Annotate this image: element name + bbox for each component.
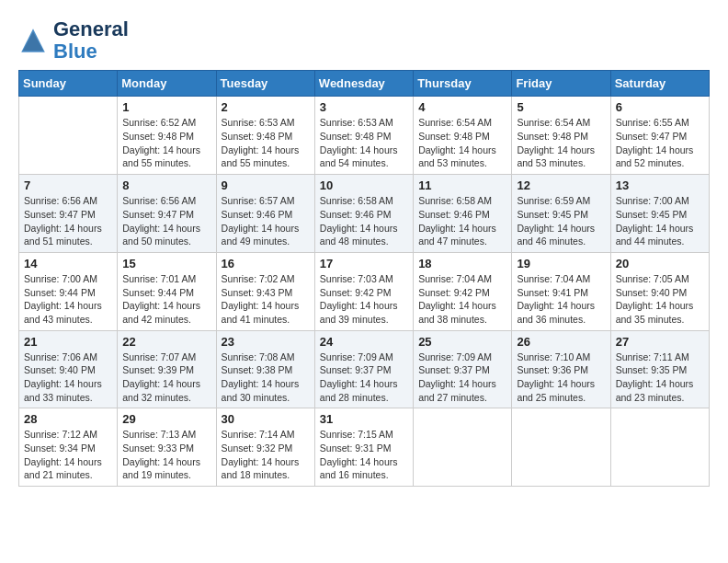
day-number: 2: [222, 100, 310, 114]
header-tuesday: Tuesday: [216, 71, 314, 97]
calendar-cell: [414, 408, 512, 487]
day-info: Sunrise: 6:56 AM Sunset: 9:47 PM Dayligh…: [24, 194, 112, 248]
calendar-cell: 31Sunrise: 7:15 AM Sunset: 9:31 PM Dayli…: [314, 408, 413, 487]
day-number: 8: [122, 178, 210, 192]
day-info: Sunrise: 7:06 AM Sunset: 9:40 PM Dayligh…: [24, 350, 112, 405]
day-info: Sunrise: 7:13 AM Sunset: 9:33 PM Dayligh…: [122, 428, 210, 482]
header-sunday: Sunday: [19, 71, 118, 97]
calendar-cell: 1Sunrise: 6:52 AM Sunset: 9:48 PM Daylig…: [118, 97, 216, 175]
day-number: 14: [24, 257, 112, 270]
calendar-cell: [512, 408, 610, 487]
day-number: 26: [517, 335, 605, 349]
calendar-cell: 7Sunrise: 6:56 AM Sunset: 9:47 PM Daylig…: [19, 175, 118, 253]
day-info: Sunrise: 6:52 AM Sunset: 9:48 PM Dayligh…: [122, 116, 210, 170]
day-number: 1: [122, 100, 210, 114]
day-info: Sunrise: 6:56 AM Sunset: 9:47 PM Dayligh…: [122, 194, 210, 248]
week-row-3: 14Sunrise: 7:00 AM Sunset: 9:44 PM Dayli…: [19, 252, 710, 330]
header-wednesday: Wednesday: [314, 71, 413, 97]
calendar-cell: 20Sunrise: 7:05 AM Sunset: 9:40 PM Dayli…: [610, 252, 709, 330]
day-info: Sunrise: 7:01 AM Sunset: 9:44 PM Dayligh…: [122, 272, 210, 327]
calendar-cell: 25Sunrise: 7:09 AM Sunset: 9:37 PM Dayli…: [414, 330, 512, 408]
calendar-cell: 21Sunrise: 7:06 AM Sunset: 9:40 PM Dayli…: [19, 330, 118, 408]
calendar-cell: 4Sunrise: 6:54 AM Sunset: 9:48 PM Daylig…: [414, 97, 512, 175]
week-row-2: 7Sunrise: 6:56 AM Sunset: 9:47 PM Daylig…: [19, 175, 710, 253]
day-info: Sunrise: 7:00 AM Sunset: 9:44 PM Dayligh…: [24, 272, 112, 327]
day-info: Sunrise: 7:05 AM Sunset: 9:40 PM Dayligh…: [616, 272, 704, 327]
calendar-cell: 26Sunrise: 7:10 AM Sunset: 9:36 PM Dayli…: [512, 330, 610, 408]
week-row-4: 21Sunrise: 7:06 AM Sunset: 9:40 PM Dayli…: [19, 330, 710, 408]
day-info: Sunrise: 6:54 AM Sunset: 9:48 PM Dayligh…: [517, 116, 605, 170]
day-info: Sunrise: 7:11 AM Sunset: 9:35 PM Dayligh…: [616, 350, 704, 405]
day-number: 17: [320, 257, 408, 270]
calendar-cell: 24Sunrise: 7:09 AM Sunset: 9:37 PM Dayli…: [314, 330, 413, 408]
day-number: 18: [418, 257, 506, 270]
day-info: Sunrise: 6:55 AM Sunset: 9:47 PM Dayligh…: [616, 116, 704, 170]
calendar-header-row: SundayMondayTuesdayWednesdayThursdayFrid…: [19, 71, 710, 97]
day-number: 29: [122, 412, 210, 426]
calendar-cell: 15Sunrise: 7:01 AM Sunset: 9:44 PM Dayli…: [118, 252, 216, 330]
day-number: 22: [122, 335, 210, 349]
calendar-cell: 22Sunrise: 7:07 AM Sunset: 9:39 PM Dayli…: [118, 330, 216, 408]
day-number: 30: [222, 412, 310, 426]
day-number: 24: [320, 335, 408, 349]
day-number: 25: [418, 335, 506, 349]
calendar-cell: 13Sunrise: 7:00 AM Sunset: 9:45 PM Dayli…: [610, 175, 709, 253]
calendar-cell: 28Sunrise: 7:12 AM Sunset: 9:34 PM Dayli…: [19, 408, 118, 487]
header-saturday: Saturday: [610, 71, 709, 97]
day-number: 9: [222, 178, 310, 192]
calendar-cell: 11Sunrise: 6:58 AM Sunset: 9:46 PM Dayli…: [414, 175, 512, 253]
week-row-1: 1Sunrise: 6:52 AM Sunset: 9:48 PM Daylig…: [19, 97, 710, 175]
calendar-cell: 12Sunrise: 6:59 AM Sunset: 9:45 PM Dayli…: [512, 175, 610, 253]
calendar-cell: 6Sunrise: 6:55 AM Sunset: 9:47 PM Daylig…: [610, 97, 709, 175]
day-info: Sunrise: 6:58 AM Sunset: 9:46 PM Dayligh…: [320, 194, 408, 248]
day-number: 28: [24, 412, 112, 426]
calendar-cell: 14Sunrise: 7:00 AM Sunset: 9:44 PM Dayli…: [19, 252, 118, 330]
day-number: 31: [320, 412, 408, 426]
logo: GeneralBlue: [18, 18, 129, 63]
day-info: Sunrise: 7:04 AM Sunset: 9:42 PM Dayligh…: [418, 272, 506, 327]
header-monday: Monday: [118, 71, 216, 97]
logo-text: GeneralBlue: [53, 18, 129, 63]
day-number: 5: [517, 100, 605, 114]
calendar-cell: 18Sunrise: 7:04 AM Sunset: 9:42 PM Dayli…: [414, 252, 512, 330]
day-info: Sunrise: 6:53 AM Sunset: 9:48 PM Dayligh…: [320, 116, 408, 170]
day-info: Sunrise: 6:59 AM Sunset: 9:45 PM Dayligh…: [517, 194, 605, 248]
calendar-cell: 17Sunrise: 7:03 AM Sunset: 9:42 PM Dayli…: [314, 252, 413, 330]
day-info: Sunrise: 7:09 AM Sunset: 9:37 PM Dayligh…: [418, 350, 506, 405]
day-number: 16: [222, 257, 310, 270]
day-number: 20: [616, 257, 704, 270]
calendar-cell: 16Sunrise: 7:02 AM Sunset: 9:43 PM Dayli…: [216, 252, 314, 330]
day-info: Sunrise: 7:12 AM Sunset: 9:34 PM Dayligh…: [24, 428, 112, 482]
day-number: 23: [222, 335, 310, 349]
calendar-cell: 10Sunrise: 6:58 AM Sunset: 9:46 PM Dayli…: [314, 175, 413, 253]
calendar-cell: 8Sunrise: 6:56 AM Sunset: 9:47 PM Daylig…: [118, 175, 216, 253]
day-info: Sunrise: 7:15 AM Sunset: 9:31 PM Dayligh…: [320, 428, 408, 482]
calendar-cell: [19, 97, 118, 175]
calendar-cell: 19Sunrise: 7:04 AM Sunset: 9:41 PM Dayli…: [512, 252, 610, 330]
calendar-cell: 23Sunrise: 7:08 AM Sunset: 9:38 PM Dayli…: [216, 330, 314, 408]
day-number: 19: [517, 257, 605, 270]
logo-icon: [18, 26, 48, 55]
header-friday: Friday: [512, 71, 610, 97]
day-number: 21: [24, 335, 112, 349]
svg-marker-1: [23, 32, 43, 52]
calendar-cell: [610, 408, 709, 487]
calendar-cell: 3Sunrise: 6:53 AM Sunset: 9:48 PM Daylig…: [314, 97, 413, 175]
day-number: 6: [616, 100, 704, 114]
calendar-cell: 9Sunrise: 6:57 AM Sunset: 9:46 PM Daylig…: [216, 175, 314, 253]
calendar-cell: 27Sunrise: 7:11 AM Sunset: 9:35 PM Dayli…: [610, 330, 709, 408]
calendar: SundayMondayTuesdayWednesdayThursdayFrid…: [18, 70, 710, 487]
day-info: Sunrise: 7:00 AM Sunset: 9:45 PM Dayligh…: [616, 194, 704, 248]
calendar-cell: 30Sunrise: 7:14 AM Sunset: 9:32 PM Dayli…: [216, 408, 314, 487]
calendar-cell: 2Sunrise: 6:53 AM Sunset: 9:48 PM Daylig…: [216, 97, 314, 175]
day-number: 27: [616, 335, 704, 349]
day-info: Sunrise: 7:04 AM Sunset: 9:41 PM Dayligh…: [517, 272, 605, 327]
calendar-cell: 5Sunrise: 6:54 AM Sunset: 9:48 PM Daylig…: [512, 97, 610, 175]
week-row-5: 28Sunrise: 7:12 AM Sunset: 9:34 PM Dayli…: [19, 408, 710, 487]
day-number: 15: [122, 257, 210, 270]
day-number: 11: [418, 178, 506, 192]
day-number: 4: [418, 100, 506, 114]
day-info: Sunrise: 6:57 AM Sunset: 9:46 PM Dayligh…: [222, 194, 310, 248]
calendar-cell: 29Sunrise: 7:13 AM Sunset: 9:33 PM Dayli…: [118, 408, 216, 487]
day-info: Sunrise: 7:03 AM Sunset: 9:42 PM Dayligh…: [320, 272, 408, 327]
